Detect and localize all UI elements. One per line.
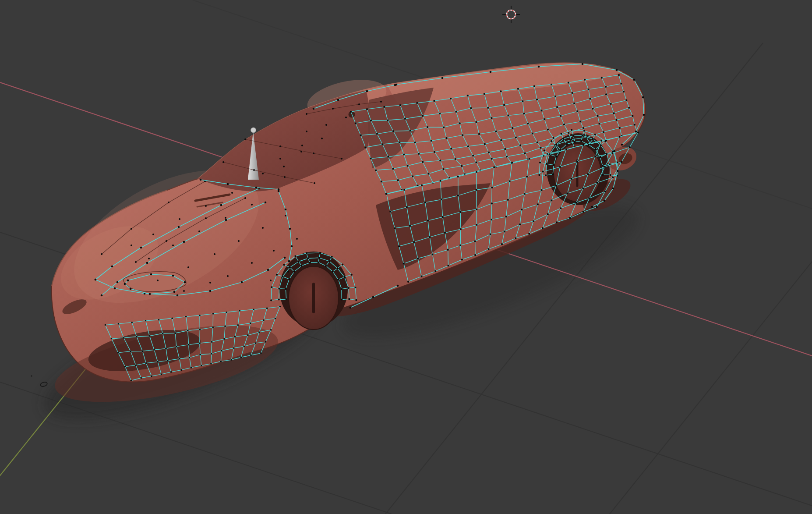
blender-3d-viewport[interactable] — [0, 0, 812, 514]
viewport-3d-canvas[interactable] — [0, 0, 812, 514]
antenna-tip — [251, 128, 256, 133]
